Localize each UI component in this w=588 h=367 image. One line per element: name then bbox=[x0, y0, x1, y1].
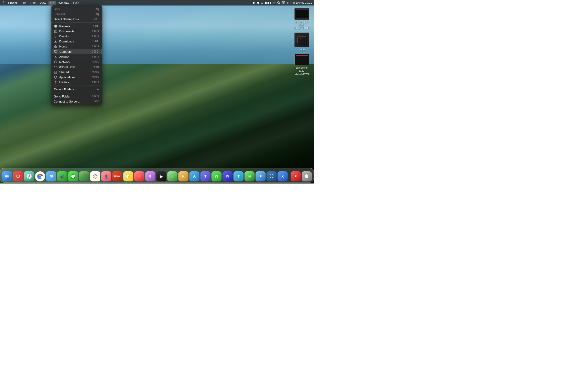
menubar-window[interactable]: Window bbox=[57, 1, 71, 5]
menubar-go[interactable]: Go bbox=[48, 1, 56, 5]
menu-item-connect-to-server[interactable]: Connect to Server… ⌘K bbox=[52, 99, 102, 104]
menu-item-recents[interactable]: 🕐 Recents ⇧⌘F bbox=[52, 24, 102, 29]
dock-word[interactable]: W bbox=[223, 171, 233, 181]
dock-testflight[interactable]: T bbox=[233, 171, 244, 181]
dock-teams[interactable]: T bbox=[200, 171, 211, 181]
svg-rect-10 bbox=[54, 35, 57, 37]
menu-item-back[interactable]: Back ⌘[ bbox=[52, 6, 102, 11]
desktop-icon-screenshot-1[interactable]: Screenshot2022-11...17.50.09 bbox=[294, 8, 310, 30]
menu-item-home[interactable]: Home ⇧⌘H bbox=[52, 44, 102, 49]
dock-how[interactable]: HOW bbox=[112, 171, 122, 181]
svg-point-39 bbox=[95, 174, 96, 175]
dock-notes[interactable]: 📝 bbox=[123, 171, 133, 181]
screenshot-2-image bbox=[294, 54, 309, 65]
menu-item-recent-folders[interactable]: Recent Folders ▶ bbox=[52, 87, 102, 92]
menu-item-shared[interactable]: Shared ⇧⌘S bbox=[52, 69, 102, 75]
dock-screenshot-app[interactable]: ⛶ bbox=[267, 171, 277, 181]
menu-item-airdrop[interactable]: AirDrop ⇧⌘R bbox=[52, 54, 102, 59]
menubar-view[interactable]: View bbox=[38, 1, 48, 5]
menu-item-documents[interactable]: Documents ⇧⌘O bbox=[52, 29, 102, 34]
menu-item-computer[interactable]: Computer ⇧⌘C bbox=[52, 49, 102, 54]
menu-item-downloads[interactable]: Downloads ⌥⌘L bbox=[52, 39, 102, 44]
desktop:  Finder File Edit View Go Window Help ▶… bbox=[0, 0, 314, 184]
desktop-icon-done[interactable]: done bbox=[294, 33, 310, 51]
datetime: Thu 10 Nov 10:01 bbox=[290, 1, 312, 4]
dock-chrome[interactable] bbox=[35, 171, 45, 181]
dock-maps[interactable]: 📍 bbox=[79, 171, 89, 181]
battery-icon[interactable]: ▮▮▮▮ bbox=[265, 1, 271, 4]
dock-whatsapp[interactable]: W bbox=[212, 171, 222, 181]
menu-item-startup-disk[interactable]: Select Startup Disk ⇧⌘↑ bbox=[52, 17, 102, 22]
dock-music[interactable]: ♪ bbox=[134, 171, 145, 181]
dock-finder[interactable] bbox=[2, 171, 12, 181]
dock-podcasts[interactable]: 🎙 bbox=[145, 171, 156, 181]
dock-appstore[interactable]: A bbox=[190, 171, 199, 181]
done-image bbox=[294, 33, 309, 47]
screenshot-2-label: Screenshot2022-11...17.50.01 bbox=[294, 66, 310, 75]
network-icon bbox=[54, 60, 57, 64]
wifi-icon[interactable] bbox=[272, 1, 276, 4]
icloud-icon bbox=[54, 65, 57, 69]
record-icon[interactable]: ⏺ bbox=[257, 1, 259, 4]
menubar:  Finder File Edit View Go Window Help ▶… bbox=[0, 0, 314, 6]
svg-line-1 bbox=[279, 3, 280, 4]
svg-rect-4 bbox=[282, 3, 283, 4]
menu-item-desktop[interactable]: Desktop ⇧⌘D bbox=[52, 34, 102, 39]
shared-icon bbox=[54, 70, 57, 74]
dock-numbers[interactable]: # bbox=[167, 171, 178, 181]
screenshot-1-label: Screenshot2022-11...17.50.09 bbox=[294, 21, 310, 30]
apple-menu[interactable]:  bbox=[2, 0, 6, 5]
dock-finder2[interactable]: F bbox=[256, 171, 266, 181]
desktop-icon-screenshot-2[interactable]: Screenshot2022-11...17.50.01 bbox=[294, 54, 310, 75]
desktop-icons: Screenshot2022-11...17.50.09 done bbox=[294, 8, 310, 75]
svg-rect-11 bbox=[55, 37, 56, 38]
dock-tv[interactable]: ▶ bbox=[156, 171, 166, 181]
svg-point-40 bbox=[96, 175, 97, 176]
display-icon[interactable]: ⊟ bbox=[261, 1, 263, 4]
siri-icon[interactable]: ◈ bbox=[287, 1, 289, 4]
svg-point-33 bbox=[29, 176, 30, 177]
svg-rect-14 bbox=[54, 50, 57, 52]
svg-rect-2 bbox=[282, 1, 283, 3]
dock-photos[interactable] bbox=[90, 171, 100, 181]
svg-point-28 bbox=[6, 176, 6, 176]
desktop-icon bbox=[54, 34, 57, 38]
svg-rect-3 bbox=[284, 1, 285, 3]
menu-item-icloud-drive[interactable]: iCloud Drive ⇧⌘I bbox=[52, 65, 102, 69]
dock-numbers2[interactable]: N bbox=[245, 171, 255, 181]
play-icon[interactable]: ▶ bbox=[253, 1, 255, 4]
menu-item-applications[interactable]: Applications ⇧⌘A bbox=[52, 75, 102, 80]
dock-paintx[interactable]: P bbox=[291, 171, 301, 181]
dock-trash[interactable]: 🗑 bbox=[302, 171, 312, 181]
svg-rect-5 bbox=[284, 3, 285, 4]
dock-messages[interactable]: 💬 bbox=[68, 171, 78, 181]
menu-item-forward[interactable]: Forward ⌘] bbox=[52, 11, 102, 17]
dock-safari[interactable] bbox=[24, 171, 34, 181]
recents-icon: 🕐 bbox=[54, 24, 57, 28]
svg-point-42 bbox=[95, 178, 96, 179]
documents-icon bbox=[54, 29, 57, 33]
dock-xcode[interactable]: X bbox=[278, 171, 288, 181]
dock-contacts[interactable]: 👤 bbox=[101, 171, 111, 181]
menubar-left:  Finder File Edit View Go Window Help bbox=[2, 0, 81, 5]
dock-separator bbox=[289, 171, 289, 179]
menubar-help[interactable]: Help bbox=[71, 1, 81, 5]
svg-point-44 bbox=[93, 175, 95, 176]
dock-launchpad[interactable]: ⬡ bbox=[13, 171, 23, 181]
done-label: done bbox=[299, 48, 304, 51]
menubar-finder[interactable]: Finder bbox=[6, 1, 19, 5]
menu-item-go-to-folder[interactable]: Go to Folder… ⇧⌘G bbox=[52, 94, 102, 99]
menu-item-utilities[interactable]: Utilities ⇧⌘U bbox=[52, 80, 102, 85]
dock-keynote[interactable]: K bbox=[179, 171, 189, 181]
spotlight-icon[interactable] bbox=[277, 1, 280, 4]
svg-rect-13 bbox=[55, 47, 56, 48]
dock-facetime[interactable]: 📹 bbox=[57, 171, 67, 181]
menubar-file[interactable]: File bbox=[20, 1, 28, 5]
menu-separator-2 bbox=[52, 85, 102, 86]
dock: ⬡ ✉ 📹 💬 📍 bbox=[0, 168, 314, 183]
menu-item-network[interactable]: Network ⇧⌘K bbox=[52, 59, 102, 65]
svg-point-38 bbox=[95, 176, 96, 177]
menubar-edit[interactable]: Edit bbox=[29, 1, 37, 5]
dock-mail[interactable]: ✉ bbox=[46, 171, 56, 181]
controlcenter-icon[interactable] bbox=[282, 1, 285, 4]
